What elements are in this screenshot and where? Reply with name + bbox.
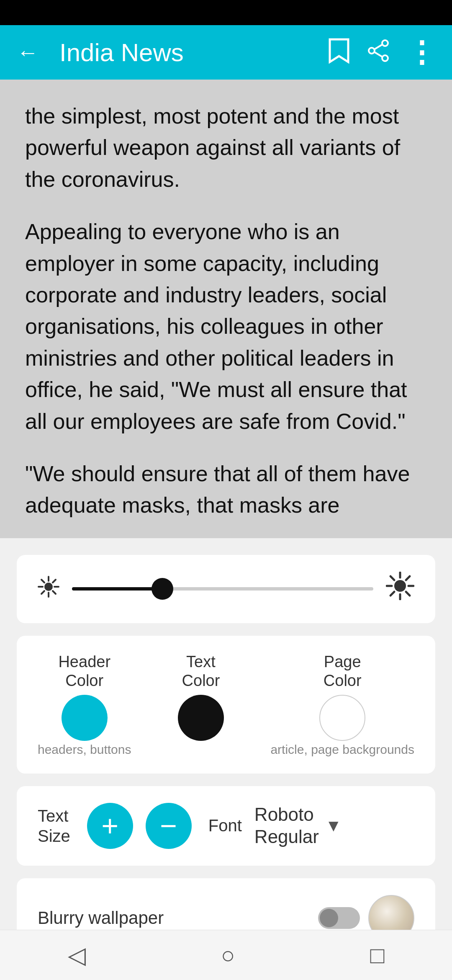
brightness-slider[interactable] xyxy=(72,587,373,591)
text-size-label: TextSize xyxy=(38,806,70,846)
text-size-increase-button[interactable]: + xyxy=(87,803,133,849)
text-size-font-card: TextSize + − Font RobotoRegular ▼ xyxy=(17,786,435,866)
article-paragraph-1: the simplest, most potent and the most p… xyxy=(25,101,427,195)
slider-thumb xyxy=(152,578,173,600)
svg-point-0 xyxy=(382,40,388,46)
svg-point-14 xyxy=(394,580,406,592)
svg-line-12 xyxy=(53,580,56,583)
nav-recent-icon[interactable]: □ xyxy=(370,941,385,969)
article-body: the simplest, most potent and the most p… xyxy=(25,101,427,521)
svg-line-21 xyxy=(406,576,410,580)
page-title: India News xyxy=(59,38,316,67)
svg-line-19 xyxy=(390,576,394,580)
bookmark-icon[interactable] xyxy=(328,38,350,67)
svg-line-11 xyxy=(53,591,56,594)
header-color-group: HeaderColor xyxy=(58,652,110,741)
svg-line-13 xyxy=(41,591,44,594)
page-color-label: PageColor xyxy=(324,652,362,691)
brightness-row xyxy=(38,572,414,606)
header-color-swatch[interactable] xyxy=(62,695,108,741)
article-content: the simplest, most potent and the most p… xyxy=(0,80,452,538)
blurry-wallpaper-toggle[interactable] xyxy=(318,907,360,929)
nav-back-icon[interactable]: ◁ xyxy=(68,941,86,969)
dropdown-arrow-icon: ▼ xyxy=(325,816,342,835)
text-size-decrease-button[interactable]: − xyxy=(146,803,192,849)
font-name: RobotoRegular xyxy=(254,804,319,848)
toggle-thumb xyxy=(320,909,338,927)
page-color-item: PageColor article, page backgrounds xyxy=(270,652,414,757)
page-color-swatch[interactable] xyxy=(319,695,365,741)
textsize-row: TextSize + − Font RobotoRegular ▼ xyxy=(38,803,414,849)
text-color-label: TextColor xyxy=(182,652,220,691)
share-icon[interactable] xyxy=(367,39,390,66)
color-row: HeaderColor headers, buttons TextColor P… xyxy=(38,652,414,757)
brightness-high-icon xyxy=(386,572,414,606)
nav-bar: ◁ ○ □ xyxy=(0,930,452,980)
font-dropdown[interactable]: RobotoRegular ▼ xyxy=(254,804,414,848)
color-card: HeaderColor headers, buttons TextColor P… xyxy=(17,636,435,774)
font-label: Font xyxy=(208,816,242,835)
header-color-item: HeaderColor headers, buttons xyxy=(38,652,131,757)
page-color-group: PageColor xyxy=(319,652,365,741)
back-button[interactable]: ← xyxy=(17,41,39,63)
brightness-low-icon xyxy=(38,576,59,602)
svg-line-3 xyxy=(374,44,383,49)
svg-line-4 xyxy=(374,52,383,57)
slider-fill xyxy=(72,587,162,591)
text-color-item: TextColor xyxy=(178,652,224,743)
blurry-wallpaper-label: Blurry wallpaper xyxy=(38,908,164,928)
svg-point-2 xyxy=(382,55,388,61)
settings-panel: HeaderColor headers, buttons TextColor P… xyxy=(0,538,452,980)
text-color-swatch[interactable] xyxy=(178,695,224,741)
brightness-card xyxy=(17,555,435,623)
header-color-label: HeaderColor xyxy=(58,652,110,691)
app-bar: ← India News ⋮ xyxy=(0,25,452,80)
header-color-sublabel: headers, buttons xyxy=(38,743,131,757)
page-color-sublabel: article, page backgrounds xyxy=(270,743,414,757)
more-options-icon[interactable]: ⋮ xyxy=(407,38,435,67)
article-paragraph-2: Appealing to everyone who is an employer… xyxy=(25,216,427,437)
svg-line-10 xyxy=(41,580,44,583)
svg-line-22 xyxy=(390,592,394,596)
article-paragraph-3: "We should ensure that all of them have … xyxy=(25,458,427,521)
nav-home-icon[interactable]: ○ xyxy=(221,941,235,969)
svg-point-5 xyxy=(44,583,53,591)
svg-point-1 xyxy=(369,48,375,54)
svg-line-20 xyxy=(406,592,410,596)
text-color-group: TextColor xyxy=(178,652,224,741)
action-icons: ⋮ xyxy=(328,38,435,67)
status-bar xyxy=(0,0,452,25)
